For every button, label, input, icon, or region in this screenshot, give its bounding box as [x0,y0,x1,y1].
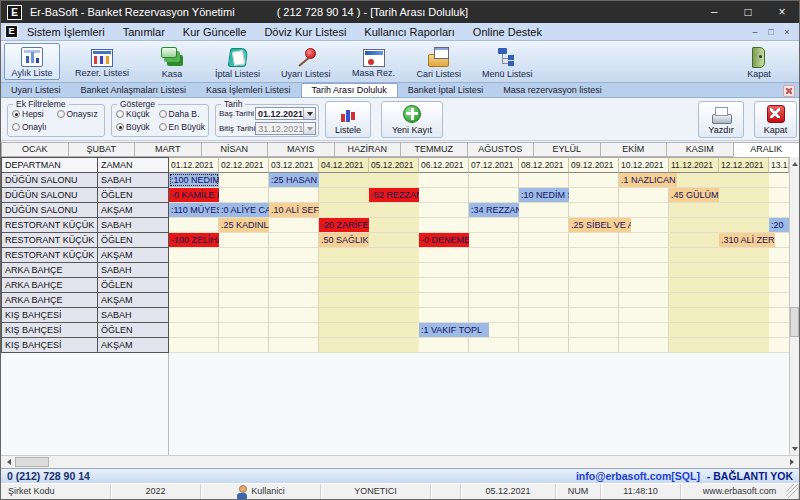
weekend-day-cell[interactable] [669,308,719,322]
weekend-day-cell[interactable] [369,248,419,262]
row-date-area[interactable] [169,308,789,323]
zaman-column-header[interactable]: ZAMAN [97,157,169,173]
weekend-day-cell[interactable] [669,323,719,337]
chevron-down-icon[interactable] [303,108,315,119]
month-tab[interactable]: ŞUBAT [68,142,136,157]
date-column-header[interactable]: 08.12.2021 [519,157,569,173]
menu-item[interactable]: Kullanıcı Raporları [355,26,464,38]
yazdir-button[interactable]: Yazdır [698,101,744,138]
document-tab[interactable]: Banket Anlaşmaları Listesi [71,83,197,97]
filter-radio-option[interactable]: En Büyük [159,122,205,132]
menu-item[interactable]: Sistem İşlemleri [18,26,114,38]
weekend-day-cell[interactable] [369,308,419,322]
minimize-button[interactable]: – [697,1,731,23]
weekend-day-cell[interactable] [369,338,419,352]
reservation-cell[interactable]: :10 NEDİM SE [519,188,569,202]
weekend-day-cell[interactable] [719,293,769,307]
weekend-day-cell[interactable] [319,323,369,337]
date-column-header[interactable]: 02.12.2021 [219,157,269,173]
month-tab[interactable]: NİSAN [201,142,269,157]
menu-item[interactable]: Online Destek [464,26,551,38]
menu-item[interactable]: Kur Güncelle [174,26,256,38]
toolbar-button[interactable]: Uyarı Listesi [275,43,337,80]
weekend-day-cell[interactable] [319,338,369,352]
reservation-cell[interactable]: .50 SAĞLIK OC [319,233,369,247]
row-date-area[interactable]: -0 KAMİLE DEN-52 REZZAN C:10 NEDİM SE.45… [169,188,789,203]
date-column-header[interactable]: 05.12.2021 [369,157,419,173]
menu-item[interactable]: Tanımlar [114,26,174,38]
row-date-area[interactable] [169,293,789,308]
mdi-restore-button[interactable]: □ [763,27,779,37]
scroll-left-icon[interactable] [1,456,13,468]
listele-button[interactable]: Listele [325,101,371,138]
filter-radio-option[interactable]: Küçük [116,109,159,119]
resize-grip[interactable] [786,484,798,498]
row-date-area[interactable]: -100 ZELİHA G.50 SAĞLIK OC-0 DENEME Sİ.3… [169,233,789,248]
reservation-cell[interactable]: .25 SİBEL VE A [569,218,631,232]
row-date-area[interactable]: :100 NEDİM H:25 HASAN ÇA.1 NAZLICAN D [169,173,789,188]
reservation-cell[interactable]: :100 NEDİM H [169,173,219,187]
row-date-area[interactable]: .25 KADINLAR-20 ZARİFE ED.25 SİBEL VE A:… [169,218,789,233]
month-tab[interactable]: ARALIK [733,142,800,157]
weekend-day-cell[interactable] [669,203,719,217]
reservation-cell[interactable]: :25 HASAN ÇA [269,173,319,187]
mdi-close-button[interactable]: × [779,27,795,37]
weekend-day-cell[interactable] [719,188,769,202]
scroll-right-icon[interactable] [787,456,799,468]
weekend-day-cell[interactable] [319,278,369,292]
document-tab[interactable]: Kasa İşlemleri Listesi [196,83,301,97]
vertical-scroll-thumb[interactable] [790,307,799,337]
reservation-cell[interactable]: .10 ALİ SEFA [269,203,319,217]
reservation-cell[interactable]: :1 VAKIF TOPL [419,323,489,337]
document-tab[interactable]: Banket İptal Listesi [398,83,494,97]
mdi-minimize-button[interactable]: – [747,27,763,37]
weekend-day-cell[interactable] [719,323,769,337]
filter-radio-option[interactable]: Daha B. [159,109,205,119]
menu-item[interactable]: Döviz Kur Listesi [255,26,355,38]
month-tab[interactable]: HAZİRAN [334,142,402,157]
weekend-day-cell[interactable] [369,218,419,232]
row-date-area[interactable] [169,263,789,278]
row-date-area[interactable] [169,338,789,353]
reservation-cell[interactable]: .45 GÜLÜMSER [669,188,719,202]
weekend-day-cell[interactable] [319,203,369,217]
weekend-day-cell[interactable] [669,233,719,247]
document-tab[interactable]: Uyarı Listesi [1,83,71,97]
scroll-down-icon[interactable] [790,445,799,455]
toolbar-button[interactable]: Kasa [144,43,200,80]
mdi-app-icon[interactable]: E [5,25,18,38]
date-column-header[interactable]: 10.12.2021 [619,157,669,173]
filter-radio-option[interactable]: Büyük [116,122,159,132]
weekend-day-cell[interactable] [719,308,769,322]
reservation-cell[interactable]: -52 REZZAN C [369,188,419,202]
toolbar-button[interactable]: Rezer. Listesi [69,43,135,80]
weekend-day-cell[interactable] [669,278,719,292]
weekend-day-cell[interactable] [369,323,419,337]
toolbar-button[interactable]: Masa Rez. [346,43,402,80]
month-tab[interactable]: EKİM [600,142,668,157]
vertical-scrollbar[interactable] [789,157,799,455]
document-tab[interactable]: Masa rezervasyon listesi [493,83,612,97]
weekend-day-cell[interactable] [669,293,719,307]
weekend-day-cell[interactable] [669,218,719,232]
date-column-header[interactable]: 01.12.2021 [169,157,219,173]
weekend-day-cell[interactable] [669,248,719,262]
month-tab[interactable]: TEMMUZ [400,142,468,157]
weekend-day-cell[interactable] [719,203,769,217]
weekend-day-cell[interactable] [319,248,369,262]
row-date-area[interactable]: :110 MÜYESSE:0 ALİYE CAN.10 ALİ SEFA:34 … [169,203,789,218]
date-column-header[interactable]: 13.12.2021 [769,157,789,173]
weekend-day-cell[interactable] [369,263,419,277]
month-tab[interactable]: KASIM [666,142,734,157]
reservation-cell[interactable]: :34 REZZAN C [469,203,519,217]
kapat-toolbar-button[interactable]: Kapat [731,43,787,80]
filter-radio-option[interactable]: Onaysız [57,109,102,119]
weekend-day-cell[interactable] [319,263,369,277]
weekend-day-cell[interactable] [369,278,419,292]
weekend-day-cell[interactable] [669,338,719,352]
reservation-cell[interactable]: :0 ALİYE CAN [219,203,269,217]
weekend-day-cell[interactable] [719,278,769,292]
month-tab[interactable]: OCAK [1,142,69,157]
weekend-day-cell[interactable] [319,293,369,307]
date-column-header[interactable]: 06.12.2021 [419,157,469,173]
